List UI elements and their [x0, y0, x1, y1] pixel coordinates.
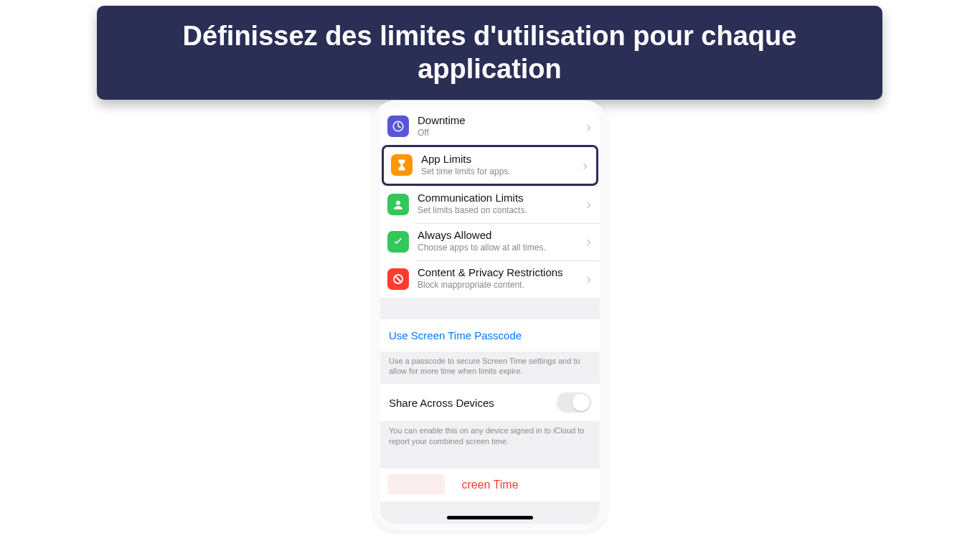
applimits-title: App Limits — [421, 153, 578, 166]
redaction-patch — [387, 474, 445, 494]
row-text: Content & Privacy Restrictions Block ina… — [418, 266, 582, 291]
chevron-right-icon: › — [586, 196, 591, 212]
share-label: Share Across Devices — [389, 397, 494, 409]
row-text: Always Allowed Choose apps to allow at a… — [418, 229, 582, 254]
downtime-title: Downtime — [418, 114, 582, 127]
phone-frame: Downtime Off › App Limits Set time limit… — [373, 100, 607, 531]
row-downtime[interactable]: Downtime Off › — [380, 108, 600, 145]
share-toggle[interactable] — [557, 392, 591, 413]
passcode-link-text: Use Screen Time Passcode — [389, 329, 522, 342]
banner-text: Définissez des limites d'utilisation pou… — [183, 21, 797, 84]
row-text: Downtime Off — [418, 114, 582, 139]
row-communication-limits[interactable]: Communication Limits Set limits based on… — [380, 186, 600, 223]
passcode-hint: Use a passcode to secure Screen Time set… — [380, 352, 600, 385]
contacts-icon — [387, 194, 409, 215]
chevron-right-icon: › — [586, 118, 591, 135]
always-sub: Choose apps to allow at all times. — [418, 242, 582, 254]
svg-line-2 — [395, 276, 402, 282]
hourglass-icon — [391, 154, 413, 176]
instruction-banner: Définissez des limites d'utilisation pou… — [97, 6, 882, 100]
use-passcode-link[interactable]: Use Screen Time Passcode — [380, 319, 600, 352]
row-text: Communication Limits Set limits based on… — [418, 192, 582, 217]
checkmark-icon — [387, 231, 409, 253]
communication-title: Communication Limits — [418, 192, 582, 204]
svg-point-0 — [396, 200, 400, 204]
communication-sub: Set limits based on contacts. — [418, 205, 582, 217]
spacer — [380, 454, 600, 468]
block-icon — [387, 268, 409, 290]
applimits-sub: Set time limits for apps. — [421, 166, 578, 178]
spacer — [380, 298, 600, 319]
downtime-sub: Off — [418, 128, 582, 139]
row-text: App Limits Set time limits for apps. — [421, 153, 578, 178]
moon-icon — [387, 116, 409, 137]
share-hint: You can enable this on any device signed… — [380, 421, 600, 454]
content-title: Content & Privacy Restrictions — [418, 266, 582, 279]
always-title: Always Allowed — [418, 229, 582, 242]
chevron-right-icon: › — [583, 157, 588, 174]
turn-off-screentime-button[interactable]: creen Time — [380, 468, 600, 501]
row-content-restrictions[interactable]: Content & Privacy Restrictions Block ina… — [380, 260, 600, 298]
home-indicator[interactable] — [447, 516, 533, 519]
chevron-right-icon: › — [586, 270, 591, 287]
share-across-devices-row: Share Across Devices — [380, 384, 600, 421]
content-sub: Block inappropriate content. — [418, 280, 582, 291]
row-always-allowed[interactable]: Always Allowed Choose apps to allow at a… — [380, 223, 600, 260]
row-app-limits[interactable]: App Limits Set time limits for apps. › — [382, 145, 598, 186]
chevron-right-icon: › — [586, 233, 591, 250]
turnoff-label: creen Time — [461, 479, 518, 491]
settings-group: Downtime Off › App Limits Set time limit… — [380, 108, 600, 298]
